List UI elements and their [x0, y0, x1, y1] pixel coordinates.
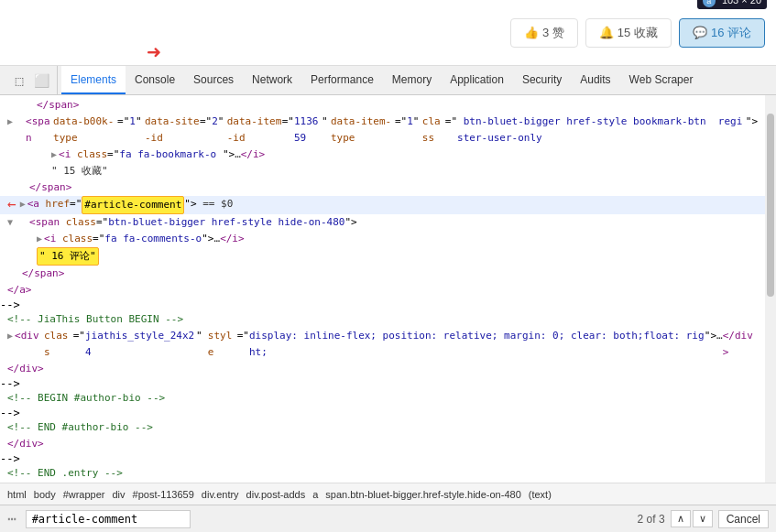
- search-input[interactable]: [26, 510, 191, 528]
- expand-icon[interactable]: ▶: [37, 231, 42, 247]
- code-line: </span>: [0, 179, 765, 196]
- search-prev-button[interactable]: ∧: [671, 510, 691, 527]
- tab-audits[interactable]: Audits: [571, 66, 619, 94]
- like-button[interactable]: 👍 3 赞: [510, 18, 578, 48]
- breadcrumb-body[interactable]: body: [34, 489, 56, 500]
- tab-sources[interactable]: Sources: [184, 66, 243, 94]
- tab-network[interactable]: Network: [243, 66, 301, 94]
- like-icon: 👍: [524, 26, 539, 39]
- code-line: " 15 收藏": [0, 163, 765, 179]
- code-line: </div>: [0, 436, 765, 452]
- top-bar: ➜ 👍 3 赞 🔔 15 收藏 103 × 20 💬 16 评论: [0, 0, 776, 66]
- code-line: " 16 评论": [0, 247, 765, 266]
- code-line: ▼ <span class="btn-bluet-bigger href-sty…: [0, 214, 765, 231]
- code-line: </div>: [0, 361, 765, 377]
- devtools-tabs: ⬚ ⬜ Elements Console Sources Network Per…: [0, 66, 776, 95]
- expand-icon[interactable]: ▶: [7, 328, 13, 344]
- expand-icon[interactable]: ▼: [7, 214, 13, 231]
- code-line: <!-- END #author-bio -->: [0, 419, 765, 436]
- breadcrumb-bar: html body #wrapper div #post-113659 div.…: [0, 483, 776, 505]
- code-line: ▶ <i class="fa fa-bookmark-o "> … </i>: [0, 147, 765, 163]
- tab-performance[interactable]: Performance: [301, 66, 383, 94]
- collect-label: 15 收藏: [618, 25, 658, 41]
- ellipsis-button[interactable]: ⋯: [7, 510, 16, 527]
- expand-icon[interactable]: ▶: [7, 114, 13, 130]
- inspect-icon[interactable]: ⬚: [11, 72, 27, 89]
- tab-icons: ⬚ ⬜: [4, 66, 58, 94]
- selected-code-line: ← ▶ <a href =" #article-comment "> == $0: [0, 196, 765, 214]
- dimension-badge: 103 × 20: [697, 0, 767, 9]
- breadcrumb-a[interactable]: a: [312, 489, 318, 500]
- tab-memory[interactable]: Memory: [383, 66, 441, 94]
- comment-button-wrapper: 103 × 20 💬 16 评论: [679, 18, 765, 48]
- tab-application-label: Application: [450, 73, 504, 86]
- like-label: 3 赞: [542, 25, 564, 41]
- tab-application[interactable]: Application: [441, 66, 513, 94]
- breadcrumb-post[interactable]: #post-113659: [133, 489, 194, 500]
- scrollbar[interactable]: [765, 95, 776, 483]
- breadcrumb-div-post-adds[interactable]: div.post-adds: [246, 489, 306, 500]
- code-tag: </span>: [37, 97, 79, 114]
- comment-icon: 💬: [693, 26, 707, 39]
- tab-audits-label: Audits: [580, 73, 610, 86]
- code-line: </a>: [0, 282, 765, 299]
- tab-console[interactable]: Console: [126, 66, 184, 94]
- tab-elements[interactable]: Elements: [61, 66, 126, 94]
- search-right: 2 of 3 ∧ ∨ Cancel: [638, 510, 769, 528]
- code-tag: <i: [59, 147, 77, 163]
- breadcrumb-div-entry[interactable]: div.entry: [202, 489, 239, 500]
- tab-performance-label: Performance: [311, 73, 374, 86]
- expand-icon[interactable]: ▶: [51, 147, 57, 163]
- code-line: <!-- END .entry -->: [0, 465, 765, 482]
- tab-webscraper-label: Web Scraper: [629, 73, 694, 86]
- red-arrow-left: ←: [7, 196, 16, 212]
- top-buttons: 👍 3 赞 🔔 15 收藏 103 × 20 💬 16 评论: [510, 18, 765, 48]
- comment-button[interactable]: 💬 16 评论: [679, 18, 765, 48]
- breadcrumb-type: (text): [529, 489, 552, 500]
- comment-label: 16 评论: [711, 25, 751, 41]
- tab-memory-label: Memory: [392, 73, 432, 86]
- red-arrow-indicator: ➜: [147, 38, 161, 66]
- dimension-value: 103 × 20: [722, 0, 761, 5]
- code-line: ▶ <i class="fa fa-comments-o"> … </i>: [0, 231, 765, 247]
- breadcrumb-wrapper[interactable]: #wrapper: [63, 489, 105, 500]
- tab-console-label: Console: [135, 73, 175, 86]
- search-next-button[interactable]: ∨: [693, 510, 713, 527]
- tab-network-label: Network: [252, 73, 292, 86]
- code-tag: <span: [26, 114, 53, 147]
- code-line: </span>: [0, 266, 765, 282]
- breadcrumb-html[interactable]: html: [7, 489, 27, 500]
- code-line: <!--script type="text/javascript" >: [0, 482, 765, 483]
- search-count: 2 of 3: [638, 513, 665, 526]
- scrollbar-thumb[interactable]: [767, 114, 774, 297]
- code-line: <!-- JiaThis Button BEGIN -->: [0, 311, 765, 328]
- search-bar: ⋯ 2 of 3 ∧ ∨ Cancel: [0, 505, 776, 532]
- tab-elements-label: Elements: [71, 73, 116, 86]
- tab-sources-label: Sources: [193, 73, 234, 86]
- code-line: ▶ <span data-b00k-type="1" data-site-id=…: [0, 114, 765, 147]
- code-line: ▶ <div class="jiathis_style_24x24" style…: [0, 328, 765, 361]
- search-nav: ∧ ∨: [671, 510, 713, 527]
- tab-security[interactable]: Security: [513, 66, 571, 94]
- code-area[interactable]: </span> ▶ <span data-b00k-type="1" data-…: [0, 95, 765, 483]
- code-line: <!-- BEGIN #author-bio -->: [0, 390, 765, 407]
- collect-icon: 🔔: [599, 26, 614, 39]
- collect-button[interactable]: 🔔 15 收藏: [585, 18, 672, 48]
- expand-icon[interactable]: ▶: [20, 196, 26, 212]
- highlighted-text: " 16 评论": [37, 247, 99, 266]
- breadcrumb-div1[interactable]: div: [113, 489, 126, 500]
- tab-webscraper[interactable]: Web Scraper: [620, 66, 703, 94]
- tab-security-label: Security: [522, 73, 562, 86]
- cancel-button[interactable]: Cancel: [718, 510, 769, 528]
- highlighted-attr-value: #article-comment: [82, 196, 184, 214]
- breadcrumb-span[interactable]: span.btn-bluet-bigger.href-style.hide-on…: [325, 489, 520, 500]
- code-line: </span>: [0, 97, 765, 114]
- main-content: </span> ▶ <span data-b00k-type="1" data-…: [0, 95, 776, 483]
- device-icon[interactable]: ⬜: [33, 72, 49, 89]
